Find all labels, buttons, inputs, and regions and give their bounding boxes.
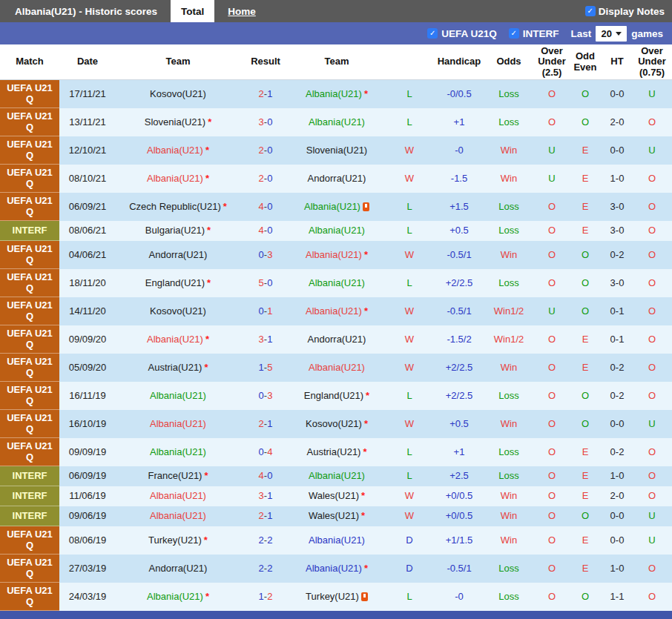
header-over-under-2-5: Over Under (2.5)	[536, 44, 568, 79]
league-badge: UEFA U21 Q	[0, 438, 59, 466]
table-row: INTERF 11/06/19 Albania(U21)* 3-1 Wales(…	[0, 486, 672, 506]
tab-total[interactable]: Total	[171, 0, 214, 22]
away-team: Wales(U21)*	[291, 486, 383, 506]
last-label: Last	[570, 28, 591, 39]
away-team-name: Albania(U21)	[309, 471, 365, 481]
half-time-score: 2-0	[602, 108, 632, 136]
odd-even-value: E	[568, 438, 602, 466]
half-time-score: 0-0	[602, 80, 632, 108]
away-team: Albania(U21)*	[291, 466, 383, 486]
away-score: 3	[267, 250, 272, 260]
away-team-name: Wales(U21)	[309, 511, 359, 521]
over-under-2-5-value: O	[536, 382, 568, 410]
over-under-2-5-value: U	[536, 136, 568, 165]
handicap-result: L	[383, 269, 436, 297]
interf-checkbox[interactable]	[509, 28, 519, 39]
away-team: Austria(U21)*	[291, 438, 383, 466]
home-team-name: Czech Republic(U21)	[129, 202, 221, 212]
league-badge: UEFA U21 Q	[0, 297, 59, 325]
handicap-line: +1	[436, 438, 482, 466]
away-team-name: Albania(U21)	[309, 535, 365, 546]
home-team-name: Albania(U21)	[150, 511, 206, 521]
result-score: 5-0	[240, 269, 291, 297]
odd-even-value: E	[568, 193, 602, 221]
handicap-line: -1.5	[436, 165, 482, 193]
away-team-name: Albania(U21)	[306, 563, 362, 574]
away-team: Andorra(U21)*	[291, 165, 383, 193]
handicap-result: L	[383, 108, 436, 136]
home-team: Albania(U21)*	[116, 486, 240, 506]
table-row: UEFA U21 Q 04/06/21 Andorra(U21)* 0-3 Al…	[0, 241, 672, 269]
match-date: 09/09/20	[59, 325, 116, 354]
odds-result: Win	[482, 506, 536, 526]
home-team: Kosovo(U21)*	[116, 80, 240, 108]
table-row: UEFA U21 Q 27/03/19 Andorra(U21)* 2-2 Al…	[0, 555, 672, 583]
odd-even-value: O	[568, 583, 602, 611]
result-score: 0-3	[240, 241, 291, 269]
away-team: England(U21)*	[291, 382, 383, 410]
away-score: 0	[267, 117, 272, 128]
home-score: 2	[259, 89, 264, 99]
games-count-select[interactable]: 20	[596, 26, 627, 42]
handicap-line: +0/0.5	[436, 506, 482, 526]
filter-interf: INTERF	[509, 28, 559, 39]
match-date: 17/11/21	[59, 80, 116, 108]
away-team-name: Albania(U21)	[306, 89, 362, 99]
display-notes-label: Display Notes	[599, 6, 665, 17]
handicap-result: W	[383, 486, 436, 506]
away-team: Kosovo(U21)*	[291, 410, 383, 438]
over-under-2-5-value: O	[536, 438, 568, 466]
away-team-name: Wales(U21)	[309, 491, 359, 501]
home-team-name: Bulgaria(U21)	[145, 225, 205, 236]
display-notes-checkbox[interactable]	[585, 6, 596, 16]
away-score: 1	[267, 334, 272, 345]
half-time-score: 3-0	[602, 221, 632, 241]
star-icon: *	[366, 391, 369, 401]
league-badge: UEFA U21 Q	[0, 165, 59, 193]
home-score: 3	[259, 334, 264, 345]
over-under-0-75-value: O	[632, 297, 672, 325]
over-under-2-5-value: U	[536, 165, 568, 193]
half-time-score: 1-0	[602, 466, 632, 486]
away-team-name: Albania(U21)	[309, 278, 365, 288]
result-score: 2-1	[240, 506, 291, 526]
odd-even-value: E	[568, 354, 602, 382]
star-icon: *	[364, 250, 368, 260]
odd-even-value: E	[568, 136, 602, 165]
home-score: 2	[259, 535, 264, 546]
odd-even-value: E	[568, 526, 602, 555]
over-under-0-75-value: O	[632, 269, 672, 297]
over-under-0-75-value: O	[632, 466, 672, 486]
home-score: 1	[259, 363, 264, 373]
odds-result: Win1/2	[482, 297, 536, 325]
handicap-line: -0.5/1	[436, 555, 482, 583]
tab-home[interactable]: Home	[217, 0, 266, 22]
home-team-name: Albania(U21)	[147, 145, 203, 156]
home-team-name: England(U21)	[145, 278, 205, 288]
odds-result: Loss	[482, 193, 536, 221]
uefa-u21q-checkbox[interactable]	[427, 28, 438, 39]
result-score: 2-1	[240, 410, 291, 438]
over-under-2-5-value: O	[536, 466, 568, 486]
odds-result: Loss	[482, 221, 536, 241]
over-under-2-5-value: O	[536, 583, 568, 611]
handicap-line: -1.5/2	[436, 325, 482, 354]
handicap-line: +0.5	[436, 221, 482, 241]
half-time-score: 1-0	[602, 165, 632, 193]
odds-result: Win1/2	[482, 325, 536, 354]
away-team: Andorra(U21)*	[291, 325, 383, 354]
home-team-name: Albania(U21)	[150, 419, 206, 429]
header-date: Date	[59, 44, 116, 79]
red-card-icon	[363, 202, 369, 211]
half-time-score: 3-0	[602, 193, 632, 221]
half-time-score: 0-1	[602, 297, 632, 325]
match-date: 11/06/19	[59, 486, 116, 506]
header-result-text: Result	[250, 56, 281, 67]
over-under-0-75-value: U	[632, 136, 672, 165]
away-team-name: Albania(U21)	[306, 250, 362, 260]
half-time-score: 0-0	[602, 410, 632, 438]
league-badge: UEFA U21 Q	[0, 80, 59, 108]
over-under-2-5-value: O	[536, 555, 568, 583]
away-team-name: Albania(U21)	[309, 117, 365, 128]
odds-result: Loss	[482, 438, 536, 466]
